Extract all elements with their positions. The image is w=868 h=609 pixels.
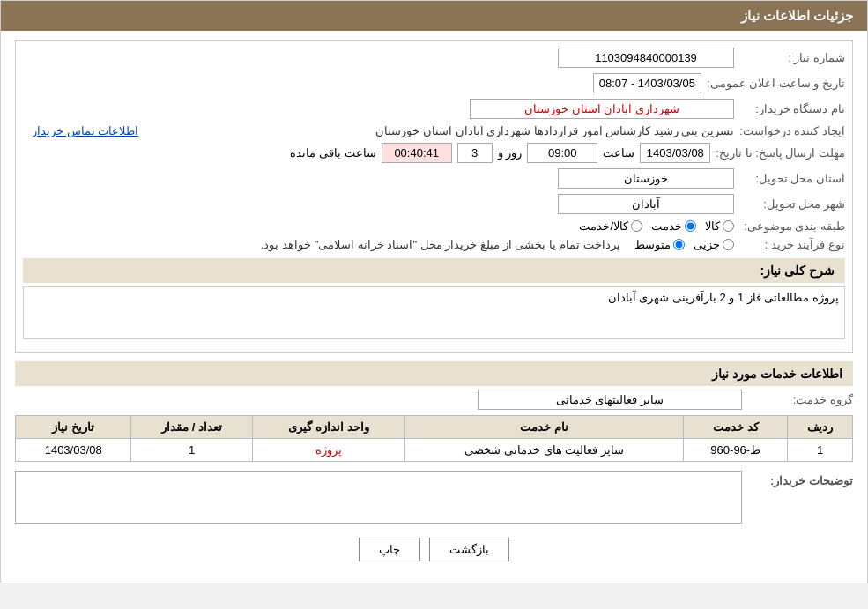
radio-khadamat-label: خدمت — [651, 219, 682, 233]
tabaqe-radio-group: کالا خدمت کالا/خدمت — [579, 219, 734, 233]
buyer-description-textarea[interactable] — [15, 471, 742, 524]
services-table: ردیف کد خدمت نام خدمت واحد اندازه گیری ت… — [15, 415, 853, 462]
goroh-label: گروه خدمت: — [747, 393, 853, 406]
goroh-row: گروه خدمت: سایر فعالیتهای خدماتی — [15, 390, 853, 410]
table-row: 1ط-96-960سایر فعالیت های خدماتی شخصیپروژ… — [16, 439, 853, 462]
etelaat-tamas-link[interactable]: اطلاعات تماس خریدار — [32, 124, 138, 137]
info-section: شماره نیاز : 1103094840000139 تاریخ و سا… — [15, 40, 853, 353]
cell-radif: 1 — [788, 439, 853, 462]
now-label: نوع فرآیند خرید : — [739, 238, 845, 251]
ijad-konande-value: نسرین بنی رشید کارشناس امور قراردادها شه… — [144, 124, 734, 137]
page-wrapper: جزئیات اطلاعات نیاز شماره نیاز : 1103094… — [0, 0, 868, 583]
mohlet-baqi-label: ساعت باقی مانده — [290, 146, 375, 160]
radio-jozii[interactable]: جزیی — [694, 238, 734, 251]
mohlet-rooz-value: 3 — [457, 143, 493, 163]
radio-motavasset[interactable]: متوسط — [634, 238, 685, 251]
radio-kala-khadamat-input[interactable] — [631, 220, 642, 232]
col-tedad: تعداد / مقدار — [131, 416, 252, 439]
shomare-niaz-label: شماره نیاز : — [739, 51, 845, 64]
radio-motavasset-label: متوسط — [634, 238, 671, 251]
tarikh-value: 1403/03/05 - 08:07 — [593, 73, 701, 93]
sharh-box: پروژه مطالعاتی فاز 1 و 2 بازآفرینی شهری … — [23, 286, 845, 339]
col-vahed: واحد اندازه گیری — [252, 416, 404, 439]
page-header: جزئیات اطلاعات نیاز — [1, 1, 867, 31]
radio-khadamat[interactable]: خدمت — [651, 219, 696, 233]
radio-kala[interactable]: کالا — [705, 219, 734, 233]
col-radif: ردیف — [788, 416, 853, 439]
shomare-niaz-value: 1103094840000139 — [558, 48, 734, 68]
radio-kala-khadamat-label: کالا/خدمت — [579, 219, 628, 233]
khadamat-section-title: اطلاعات خدمات مورد نیاز — [15, 361, 853, 386]
col-kod: کد خدمت — [684, 416, 788, 439]
shomare-row: شماره نیاز : 1103094840000139 — [23, 48, 845, 68]
mohlet-saat-label: ساعت — [603, 146, 634, 160]
now-row: نوع فرآیند خرید : جزیی متوسط پرداخت تمام… — [23, 238, 845, 251]
back-button[interactable]: بازگشت — [429, 538, 509, 561]
ijad-konande-label: ایجاد کننده درخواست: — [739, 124, 845, 137]
nam-dastgah-row: نام دستگاه خریدار: شهرداری ابادان استان … — [23, 99, 845, 119]
mohlet-countdown: 00:40:41 — [382, 143, 452, 163]
nam-dastgah-label: نام دستگاه خریدار: — [739, 102, 845, 115]
sharh-value: پروژه مطالعاتی فاز 1 و 2 بازآفرینی شهری … — [29, 291, 839, 304]
shahr-value: آبادان — [558, 194, 734, 214]
shahr-label: شهر محل تحویل: — [739, 197, 845, 211]
mohlet-date: 1403/03/08 — [640, 143, 710, 163]
cell-tedad: 1 — [131, 439, 252, 462]
tabaqe-row: طبقه بندی موضوعی: کالا خدمت کالا/خدمت — [23, 219, 845, 233]
now-radio-group: جزیی متوسط — [634, 238, 734, 251]
radio-jozii-label: جزیی — [694, 238, 720, 251]
main-content: شماره نیاز : 1103094840000139 تاریخ و سا… — [1, 31, 867, 583]
nam-dastgah-value: شهرداری ابادان استان خوزستان — [470, 99, 734, 119]
cell-tarikh: 1403/03/08 — [16, 439, 131, 462]
ostan-value: خوزستان — [558, 168, 734, 189]
now-description: پرداخت تمام یا بخشی از مبلغ خریدار محل "… — [261, 238, 620, 251]
cell-name: سایر فعالیت های خدماتی شخصی — [405, 439, 684, 462]
radio-kala-khadamat[interactable]: کالا/خدمت — [579, 219, 642, 233]
goroh-value: سایر فعالیتهای خدماتی — [478, 390, 742, 410]
tarikh-row: تاریخ و ساعت اعلان عمومی: 1403/03/05 - 0… — [23, 73, 845, 93]
tarikh-label: تاریخ و ساعت اعلان عمومی: — [707, 77, 845, 90]
ostan-row: استان محل تحویل: خوزستان — [23, 168, 845, 189]
radio-motavasset-input[interactable] — [673, 239, 685, 250]
sharh-label: شرح کلی نیاز: — [760, 264, 835, 278]
sharh-section-title: شرح کلی نیاز: — [23, 258, 845, 283]
page-title: جزئیات اطلاعات نیاز — [741, 8, 853, 23]
khadamat-label: اطلاعات خدمات مورد نیاز — [712, 367, 842, 381]
tabaqe-label: طبقه بندی موضوعی: — [739, 219, 845, 233]
ostan-label: استان محل تحویل: — [739, 172, 845, 185]
print-button[interactable]: چاپ — [359, 538, 420, 561]
mohlet-rooz-label: روز و — [498, 146, 523, 160]
col-name: نام خدمت — [405, 416, 684, 439]
radio-kala-label: کالا — [705, 219, 720, 233]
cell-kod: ط-96-960 — [684, 439, 788, 462]
mohlet-row: مهلت ارسال پاسخ: تا تاریخ: 1403/03/08 سا… — [23, 143, 845, 163]
radio-kala-input[interactable] — [723, 220, 734, 232]
cell-vahed: پروژه — [252, 439, 404, 462]
buyer-desc-label: توضیحات خریدار: — [747, 471, 853, 487]
radio-khadamat-input[interactable] — [685, 220, 696, 232]
ijad-konande-row: ایجاد کننده درخواست: نسرین بنی رشید کارش… — [23, 124, 845, 137]
buyer-desc-row: توضیحات خریدار: — [15, 471, 853, 524]
button-row: بازگشت چاپ — [15, 529, 853, 574]
radio-jozii-input[interactable] — [723, 239, 734, 250]
mohlet-label: مهلت ارسال پاسخ: تا تاریخ: — [716, 146, 845, 160]
shahr-row: شهر محل تحویل: آبادان — [23, 194, 845, 214]
mohlet-saat-value: 09:00 — [527, 143, 597, 163]
col-tarikh: تاریخ نیاز — [16, 416, 131, 439]
